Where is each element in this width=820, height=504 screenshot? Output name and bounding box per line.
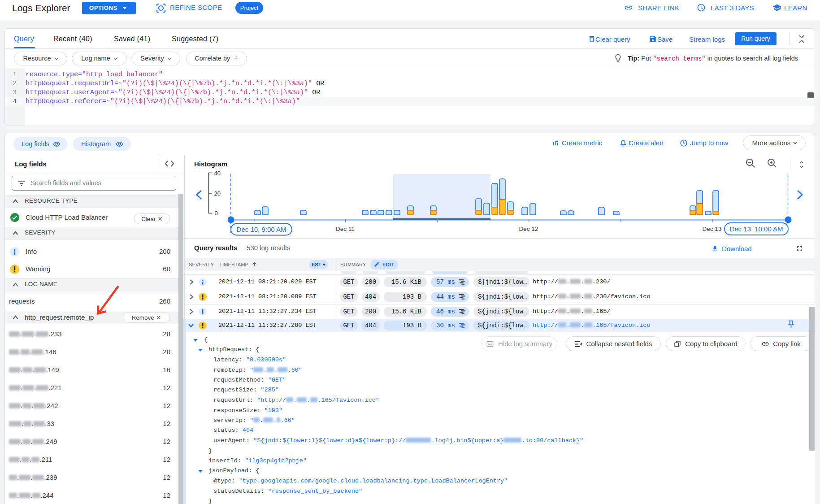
svg-text:Dec 13: Dec 13	[703, 226, 722, 232]
svg-text:0: 0	[215, 210, 218, 217]
svg-text:20: 20	[214, 190, 221, 197]
svg-text:Dec 12: Dec 12	[519, 226, 538, 232]
svg-text:Dec 11: Dec 11	[336, 226, 355, 232]
svg-text:40: 40	[214, 170, 221, 177]
svg-text:Dec 13, 10:00 AM: Dec 13, 10:00 AM	[729, 225, 783, 233]
svg-text:Dec 10, 9:00 AM: Dec 10, 9:00 AM	[237, 226, 286, 233]
